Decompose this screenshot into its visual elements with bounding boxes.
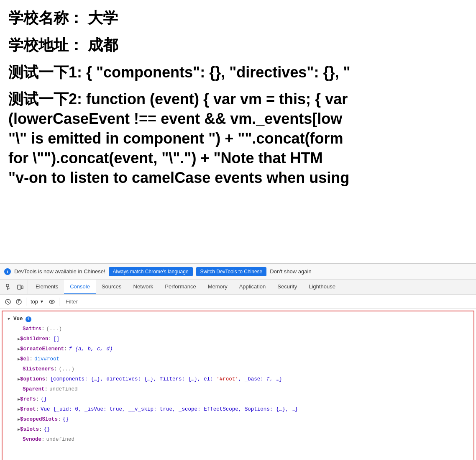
- page-line-4-5: "v-on to listen to camelCase events when…: [8, 168, 468, 188]
- info-icon: i: [4, 268, 11, 275]
- page-line-4-3: "\" is emitted in component ") + "".conc…: [8, 129, 468, 149]
- tab-application[interactable]: Application: [233, 280, 272, 294]
- page-line-1: 学校名称： 大学: [8, 8, 468, 28]
- tab-sources[interactable]: Sources: [96, 280, 128, 294]
- console-filter-input[interactable]: [62, 297, 473, 306]
- tab-lighthouse[interactable]: Lighthouse: [303, 280, 341, 294]
- tree-item-el[interactable]: $el : div#root: [3, 354, 473, 364]
- dont-show-again-button[interactable]: Don't show again: [270, 268, 311, 275]
- page-line-4-1: 测试一下2: function (event) { var vm = this;…: [8, 90, 468, 109]
- devtools-tabs-bar: Elements Console Sources Network Perform…: [0, 280, 476, 295]
- tree-item-parent[interactable]: $parent : undefined: [3, 384, 473, 394]
- tree-root-line[interactable]: ▼ Vue i: [3, 314, 473, 324]
- devtools-panel: i DevTools is now available in Chinese! …: [0, 263, 476, 460]
- devtools-infobar: i DevTools is now available in Chinese! …: [0, 264, 476, 280]
- tab-security[interactable]: Security: [271, 280, 303, 294]
- svg-rect-0: [6, 284, 9, 287]
- svg-line-6: [7, 301, 9, 303]
- switch-to-chinese-button[interactable]: Switch DevTools to Chinese: [196, 267, 267, 276]
- tab-memory[interactable]: Memory: [202, 280, 233, 294]
- page-line-2: 学校地址： 成都: [8, 36, 468, 55]
- page-line-4: 测试一下2: function (event) { var vm = this;…: [8, 90, 468, 188]
- clear-console-button[interactable]: [3, 297, 13, 306]
- svg-point-11: [51, 301, 53, 303]
- svg-rect-3: [18, 285, 21, 289]
- tree-item-slots[interactable]: $slots : {}: [3, 424, 473, 434]
- console-toolbar: top ▼: [0, 295, 476, 309]
- tree-item-listeners[interactable]: $listeners : (...): [3, 364, 473, 374]
- tree-item-createelement[interactable]: $createElement : f (a, b, c, d): [3, 344, 473, 354]
- vue-label: Vue: [13, 315, 23, 323]
- tab-network[interactable]: Network: [128, 280, 159, 294]
- page-line-3: 测试一下1: { "components": {}, "directives":…: [8, 63, 468, 82]
- toolbar-divider-1: [26, 298, 26, 306]
- device-toolbar-button[interactable]: [15, 282, 25, 292]
- tree-item-vnode[interactable]: $vnode : undefined: [3, 434, 473, 445]
- pause-exceptions-button[interactable]: [14, 297, 23, 306]
- tab-performance[interactable]: Performance: [159, 280, 202, 294]
- page-line-4-2: (lowerCaseEvent !== event && vm._events[…: [8, 109, 468, 129]
- tree-item-attrs[interactable]: $attrs : (...): [3, 324, 473, 334]
- root-expand-arrow[interactable]: ▼: [8, 316, 13, 323]
- svg-rect-4: [21, 286, 23, 289]
- tree-item-refs[interactable]: $refs : {}: [3, 394, 473, 404]
- page-line-4-4: for \"").concat(event, "\".") + "Note th…: [8, 149, 468, 168]
- always-match-language-button[interactable]: Always match Chrome's language: [109, 267, 193, 276]
- page-content: 学校名称： 大学 学校地址： 成都 测试一下1: { "components":…: [0, 0, 476, 260]
- vue-info-badge: i: [26, 316, 31, 322]
- tab-elements[interactable]: Elements: [30, 280, 64, 294]
- tree-item-options[interactable]: $options : {components: {…}, directives:…: [3, 374, 473, 384]
- toolbar-divider-2: [59, 298, 59, 306]
- context-dropdown-arrow: ▼: [40, 299, 44, 304]
- context-selector[interactable]: top ▼: [29, 298, 46, 306]
- tree-item-children[interactable]: $children : []: [3, 334, 473, 344]
- devtools-tool-icons: [2, 280, 28, 294]
- inspect-element-button[interactable]: [4, 282, 14, 292]
- tree-item-root[interactable]: $root : Vue {_uid: 0, _isVue: true, __v_…: [3, 404, 473, 414]
- infobar-message: DevTools is now available in Chinese!: [14, 268, 105, 275]
- console-output[interactable]: ▼ Vue i $attrs : (...) $children : [] $c…: [2, 311, 474, 460]
- eye-button[interactable]: [47, 297, 56, 306]
- tree-item-scopedslots[interactable]: $scopedSlots : {}: [3, 414, 473, 424]
- tab-console[interactable]: Console: [64, 280, 96, 294]
